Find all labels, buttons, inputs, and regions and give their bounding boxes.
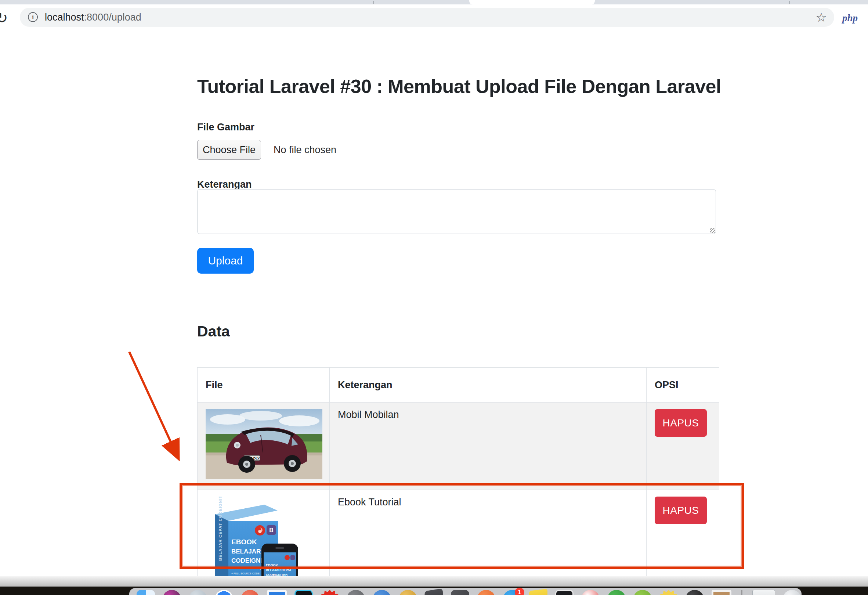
- svg-text:B: B: [269, 527, 273, 533]
- browser-toolbar: ↻ i localhost:8000/upload ☆ php: [0, 4, 868, 31]
- black-window-app-icon[interactable]: [555, 590, 574, 595]
- dock: 1: [129, 588, 802, 595]
- hapus-button[interactable]: HAPUS: [655, 496, 707, 524]
- blue-badged-app-icon[interactable]: 1: [503, 590, 521, 595]
- car-photo: RV65 DLY: [206, 409, 322, 479]
- opsi-cell: HAPUS: [647, 490, 719, 576]
- data-heading: Data: [197, 323, 230, 340]
- browser-window-bottom-edge: [0, 576, 868, 586]
- terminal-app-icon[interactable]: [294, 590, 313, 595]
- red-circle-app-icon[interactable]: [241, 590, 259, 595]
- black-ball-app-icon[interactable]: [685, 590, 704, 595]
- svg-text:EBOOK: EBOOK: [266, 563, 278, 567]
- gray-sphere-app-icon[interactable]: [189, 590, 207, 595]
- data-table: File Keterangan OPSI: [197, 367, 719, 576]
- ebook-cover-image: BELAJAR CEPAT CODEIGNITER B EBOOK BELAJA…: [206, 496, 309, 576]
- finder-icon[interactable]: [137, 590, 155, 595]
- tab-separator: [373, 1, 374, 4]
- hapus-button[interactable]: HAPUS: [655, 409, 707, 437]
- orange-circle-app-icon[interactable]: [477, 590, 495, 595]
- address-bar[interactable]: i localhost:8000/upload ☆: [20, 8, 834, 27]
- file-input[interactable]: Choose File No file chosen: [197, 140, 337, 160]
- yellow-star-app-icon[interactable]: [660, 590, 678, 595]
- php-extension-icon[interactable]: php: [842, 12, 858, 24]
- keterangan-cell: Mobil Mobilan: [330, 403, 647, 490]
- yellow-banner-app-icon[interactable]: [529, 589, 548, 595]
- row-keterangan-text: Ebook Tutorial: [338, 496, 402, 508]
- active-tab[interactable]: [469, 0, 595, 4]
- bookmark-star-icon[interactable]: ☆: [816, 10, 827, 25]
- col-header-keterangan: Keterangan: [330, 368, 647, 403]
- url-host: localhost: [45, 12, 84, 23]
- opsi-cell: HAPUS: [647, 403, 719, 490]
- desktop-background: 1: [0, 586, 868, 595]
- dark-notebook-app-icon[interactable]: [424, 588, 444, 595]
- svg-text:EBOOK: EBOOK: [231, 538, 257, 546]
- mail-icon[interactable]: [267, 590, 287, 595]
- gray-circle-app-icon[interactable]: [347, 590, 365, 595]
- reload-icon[interactable]: ↻: [0, 10, 8, 27]
- page-info-icon[interactable]: i: [28, 12, 38, 22]
- screen: ↻ i localhost:8000/upload ☆ php Tutorial…: [0, 0, 868, 595]
- svg-text:CODEIGNITER: CODEIGNITER: [266, 573, 288, 576]
- svg-text:BELAJAR CEPAT CODEIGNITER: BELAJAR CEPAT CODEIGNITER: [218, 496, 223, 561]
- data-table-wrap: File Keterangan OPSI: [197, 367, 719, 576]
- url-path: :8000/upload: [84, 12, 141, 23]
- table-row: BELAJAR CEPAT CODEIGNITER B EBOOK BELAJA…: [198, 490, 719, 576]
- url-text[interactable]: localhost:8000/upload: [45, 12, 141, 23]
- notification-badge: 1: [515, 588, 524, 595]
- file-cell: RV65 DLY: [198, 403, 330, 490]
- table-header-row: File Keterangan OPSI: [198, 368, 719, 403]
- dock-separator: [741, 590, 743, 595]
- blue-circle-app-icon[interactable]: [373, 590, 391, 595]
- row-keterangan-text: Mobil Mobilan: [338, 409, 399, 420]
- paper-ball-icon[interactable]: [783, 590, 801, 595]
- file-gambar-label: File Gambar: [197, 121, 254, 133]
- svg-text:BELAJAR CEPAT: BELAJAR CEPAT: [266, 568, 292, 572]
- file-cell: BELAJAR CEPAT CODEIGNITER B EBOOK BELAJA…: [198, 490, 330, 576]
- gold-coin-app-icon[interactable]: [399, 590, 417, 595]
- minimized-window-icon[interactable]: [752, 590, 775, 595]
- purple-circle-app-icon[interactable]: [163, 590, 181, 595]
- svg-text:+ FULL SOURCE CODE: + FULL SOURCE CODE: [231, 572, 260, 575]
- keterangan-label: Keterangan: [197, 179, 252, 190]
- keterangan-cell: Ebook Tutorial: [330, 490, 647, 576]
- col-header-file: File: [198, 368, 330, 403]
- green-circle-app-icon[interactable]: [607, 590, 626, 595]
- dark-square-app-icon[interactable]: [451, 590, 469, 595]
- safari-icon[interactable]: [215, 590, 233, 595]
- table-row: RV65 DLY Mobil Mobila: [198, 403, 719, 490]
- choose-file-button[interactable]: Choose File: [197, 140, 261, 160]
- col-header-opsi: OPSI: [647, 368, 719, 403]
- red-sticker-app-icon[interactable]: [320, 590, 339, 595]
- page-viewport: Tutorial Laravel #30 : Membuat Upload Fi…: [0, 31, 868, 576]
- page-title: Tutorial Laravel #30 : Membuat Upload Fi…: [197, 75, 715, 97]
- upload-button[interactable]: Upload: [197, 248, 254, 274]
- tab-separator: [790, 1, 790, 4]
- file-status-text: No file chosen: [273, 144, 337, 156]
- photo-stamp-icon[interactable]: [712, 590, 731, 595]
- red-white-circle-app-icon[interactable]: [581, 590, 599, 595]
- browser-tab-strip[interactable]: [0, 0, 868, 4]
- keterangan-textarea[interactable]: [197, 189, 716, 234]
- green-blob-app-icon[interactable]: [633, 590, 652, 595]
